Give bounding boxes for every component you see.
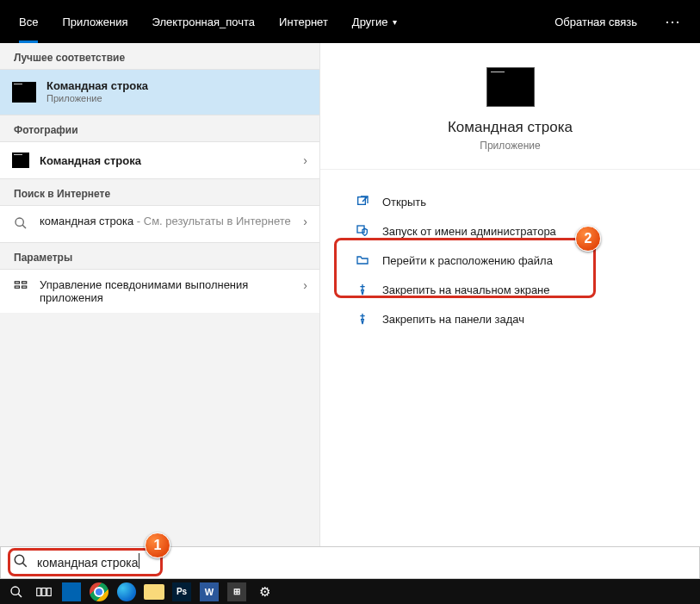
action-label: Закрепить на начальном экране	[382, 283, 550, 296]
pin-icon	[355, 282, 370, 297]
details-subtitle: Приложение	[480, 140, 540, 152]
open-icon	[355, 194, 370, 209]
annotation-marker-2: 2	[575, 226, 601, 252]
taskbar-app-calculator[interactable]	[59, 579, 84, 604]
result-title: Командная строка	[46, 79, 148, 93]
section-photos: Фотографии	[0, 115, 319, 142]
taskbar-app-control[interactable]: ⊞	[224, 579, 250, 604]
taskbar-app-word[interactable]: W	[196, 579, 222, 604]
action-run-as-admin[interactable]: Запуск от имени администратора	[346, 216, 700, 246]
svg-line-9	[22, 563, 27, 567]
tab-all[interactable]: Все	[7, 0, 50, 43]
svg-point-10	[11, 587, 19, 595]
chevron-down-icon: ▾	[393, 17, 397, 27]
search-input[interactable]	[37, 556, 687, 570]
svg-rect-3	[22, 282, 27, 283]
action-label: Перейти к расположению файла	[382, 254, 553, 267]
svg-rect-12	[37, 588, 41, 595]
search-button[interactable]	[3, 579, 29, 604]
taskbar-app-settings[interactable]: ⚙	[251, 579, 277, 604]
result-title: командная строка - См. результаты в Инте…	[40, 215, 293, 228]
result-photo[interactable]: Командная строка ›	[0, 142, 319, 178]
annotation-marker-1: 1	[145, 532, 170, 558]
action-pin-taskbar[interactable]: Закрепить на панели задач	[346, 304, 700, 333]
taskbar-app-photoshop[interactable]: Ps	[169, 579, 195, 604]
cmd-icon	[12, 153, 29, 168]
action-label: Запуск от имени администратора	[382, 225, 556, 238]
taskbar-app-explorer[interactable]	[141, 579, 167, 604]
search-icon	[12, 215, 29, 232]
svg-line-1	[22, 225, 26, 228]
search-icon	[13, 553, 28, 572]
svg-point-8	[15, 555, 24, 564]
result-title: Управление псевдонимами выполнения прило…	[40, 278, 281, 304]
shield-icon	[355, 223, 370, 239]
svg-rect-2	[15, 282, 19, 283]
result-title: Командная строка	[40, 154, 141, 167]
chevron-right-icon: ›	[303, 278, 307, 292]
chevron-right-icon: ›	[303, 215, 307, 228]
action-open[interactable]: Открыть	[346, 187, 700, 216]
svg-line-11	[18, 594, 22, 597]
tab-more-label: Другие	[352, 16, 388, 28]
filter-tabs: Все Приложения Электронная_почта Интерне…	[0, 0, 700, 43]
text-caret	[139, 553, 139, 569]
taskbar-app-chrome[interactable]	[86, 579, 112, 604]
tab-more[interactable]: Другие ▾	[340, 0, 410, 43]
svg-rect-6	[358, 197, 366, 205]
gear-icon: ⚙	[259, 584, 270, 600]
action-file-location[interactable]: Перейти к расположению файла	[346, 246, 700, 275]
tab-apps[interactable]: Приложения	[50, 0, 139, 43]
pin-icon	[355, 311, 370, 327]
result-settings[interactable]: Управление псевдонимами выполнения прило…	[0, 270, 319, 313]
feedback-link[interactable]: Обратная связь	[542, 16, 649, 28]
details-pane: Командная строка Приложение Открыть Запу…	[320, 43, 700, 546]
action-label: Открыть	[382, 196, 426, 209]
section-best-match: Лучшее соответствие	[0, 43, 319, 70]
cmd-icon	[486, 67, 535, 107]
folder-icon	[355, 252, 370, 268]
section-settings: Параметры	[0, 242, 319, 270]
task-view-button[interactable]	[31, 579, 57, 604]
svg-rect-4	[15, 286, 19, 288]
results-pane: Лучшее соответствие Командная строка При…	[0, 43, 320, 546]
svg-rect-13	[42, 588, 46, 595]
section-web: Поиск в Интернете	[0, 178, 319, 206]
cmd-icon	[12, 82, 36, 103]
more-options-button[interactable]: ⋯	[653, 12, 693, 31]
tab-email[interactable]: Электронная_почта	[139, 0, 267, 43]
tab-internet[interactable]: Интернет	[267, 0, 340, 43]
svg-rect-14	[47, 588, 52, 595]
action-label: Закрепить на панели задач	[382, 313, 524, 326]
svg-rect-5	[22, 286, 27, 288]
result-best-match[interactable]: Командная строка Приложение	[0, 70, 319, 115]
taskbar: Ps W ⊞ ⚙	[0, 579, 700, 604]
search-bar	[0, 546, 700, 579]
result-web[interactable]: командная строка - См. результаты в Инте…	[0, 206, 319, 242]
details-title: Командная строка	[448, 119, 573, 136]
result-subtitle: Приложение	[46, 93, 148, 105]
action-pin-start[interactable]: Закрепить на начальном экране	[346, 275, 700, 304]
taskbar-app-edge[interactable]	[114, 579, 139, 604]
chevron-right-icon: ›	[303, 153, 307, 167]
alias-icon	[12, 278, 29, 294]
svg-point-0	[15, 218, 23, 226]
